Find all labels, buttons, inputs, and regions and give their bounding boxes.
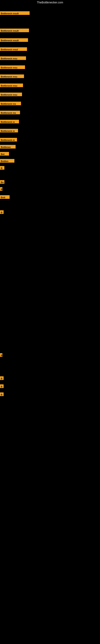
bar-label-11: Bottleneck res bbox=[0, 111, 20, 114]
bar-label-21: Bott bbox=[0, 195, 10, 199]
bar-label-18: B bbox=[0, 166, 4, 170]
bar-row-3: Bottleneck result bbox=[0, 38, 28, 42]
bar-label-7: Bottleneck resu bbox=[0, 74, 24, 78]
bar-label-22: B bbox=[0, 210, 3, 214]
bar-row-5: Bottleneck resu bbox=[0, 56, 26, 60]
bar-label-4: Bottleneck resul bbox=[0, 47, 27, 51]
bar-label-26: B bbox=[0, 392, 3, 396]
bar-row-6: Bottleneck resu bbox=[0, 66, 25, 69]
bar-label-9: Bottleneck resu bbox=[0, 92, 22, 96]
bar-row-15: Bottlenec bbox=[0, 145, 16, 148]
bar-row-23: B bbox=[0, 353, 2, 357]
bar-row-11: Bottleneck res bbox=[0, 111, 20, 114]
bar-row-22: B bbox=[0, 210, 3, 214]
bar-row-13: Bottleneck re bbox=[0, 129, 18, 132]
bar-label-24: B bbox=[0, 376, 3, 380]
bar-label-17: Bottlen bbox=[0, 159, 14, 162]
bar-row-18: B bbox=[0, 166, 4, 170]
site-title: TheBottlenecker.com bbox=[0, 0, 100, 5]
bar-row-14: Bottleneck re bbox=[0, 138, 17, 142]
bar-row-16: Bot bbox=[0, 152, 9, 156]
bar-row-4: Bottleneck resul bbox=[0, 47, 27, 51]
bar-row-21: Bott bbox=[0, 195, 10, 199]
bar-row-8: Bottleneck resu bbox=[0, 84, 23, 87]
bar-row-25: B bbox=[0, 384, 3, 388]
bar-label-19: Bo bbox=[0, 180, 4, 184]
bar-label-16: Bot bbox=[0, 152, 9, 156]
bar-label-6: Bottleneck resu bbox=[0, 66, 25, 69]
bar-label-15: Bottlenec bbox=[0, 145, 16, 148]
bar-label-1: Bottleneck result bbox=[0, 11, 30, 15]
bar-row-20: B bbox=[0, 187, 2, 191]
bar-row-9: Bottleneck resu bbox=[0, 92, 22, 96]
bar-row-7: Bottleneck resu bbox=[0, 74, 24, 78]
bar-label-25: B bbox=[0, 384, 3, 388]
bar-row-26: B bbox=[0, 392, 3, 396]
bar-label-10: Bottleneck res bbox=[0, 102, 21, 105]
bar-row-2: Bottleneck result bbox=[0, 28, 29, 32]
bar-label-23: B bbox=[0, 353, 2, 357]
bar-label-2: Bottleneck result bbox=[0, 28, 29, 32]
bar-label-3: Bottleneck result bbox=[0, 38, 28, 42]
bar-row-1: Bottleneck result bbox=[0, 11, 30, 15]
bar-row-24: B bbox=[0, 376, 3, 380]
bar-row-17: Bottlen bbox=[0, 159, 14, 162]
bar-label-5: Bottleneck resu bbox=[0, 56, 26, 60]
bar-label-20: B bbox=[0, 187, 2, 191]
bar-label-13: Bottleneck re bbox=[0, 129, 18, 132]
bar-row-19: Bo bbox=[0, 180, 4, 184]
bar-row-10: Bottleneck res bbox=[0, 102, 21, 105]
bar-label-14: Bottleneck re bbox=[0, 138, 17, 142]
bar-label-12: Bottleneck re bbox=[0, 120, 19, 123]
bar-row-12: Bottleneck re bbox=[0, 120, 19, 123]
bar-label-8: Bottleneck resu bbox=[0, 84, 23, 87]
